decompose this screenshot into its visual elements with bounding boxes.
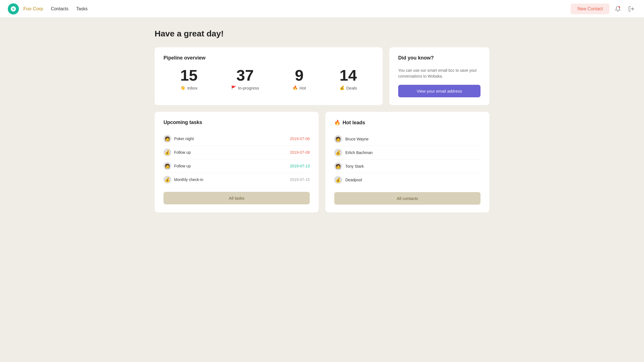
- svg-point-0: [619, 6, 620, 8]
- avatar: 🧑: [334, 135, 342, 143]
- task-name: Follow up: [174, 150, 191, 155]
- task-date: 2019-07-06: [290, 137, 310, 141]
- pipeline-card: Pipeline overview 15 👋 Inbox 37 🚩 In-pro…: [155, 47, 383, 105]
- navbar-right: New Contact: [571, 4, 636, 14]
- avatar: 💰: [164, 148, 171, 156]
- navbar: Foo Corp Contacts Tasks New Contact: [0, 0, 644, 18]
- lead-name: Erlich Bachman: [345, 150, 373, 155]
- avatar: 💰: [334, 149, 342, 157]
- hot-leads-emoji: 🔥: [334, 120, 340, 126]
- task-item: 🧑 Follow up 2019-07-13: [164, 159, 310, 173]
- avatar: 🧑: [164, 162, 171, 170]
- view-email-button[interactable]: View your email address: [398, 85, 480, 97]
- task-name: Monthly check-in: [174, 177, 203, 182]
- avatar: 🧑: [334, 162, 342, 170]
- stat-deals-number: 14: [340, 68, 357, 83]
- tasks-card: Upcoming tasks 🧑 Poker night 2019-07-06 …: [155, 112, 319, 212]
- task-item: 💰 Follow up 2019-07-08: [164, 146, 310, 159]
- task-date: 2019-07-08: [290, 150, 310, 155]
- stat-deals: 14 💰 Deals: [340, 68, 357, 90]
- task-name: Follow up: [174, 164, 191, 168]
- new-contact-button[interactable]: New Contact: [571, 4, 610, 14]
- lead-item: 💰 Erlich Bachman: [334, 146, 480, 160]
- lead-name: Bruce Wayne: [345, 137, 369, 141]
- task-date: 2019-07-13: [290, 164, 310, 168]
- nav-contacts[interactable]: Contacts: [51, 6, 68, 11]
- avatar: 💰: [334, 176, 342, 184]
- stat-deals-label: 💰 Deals: [340, 85, 357, 90]
- bottom-row: Upcoming tasks 🧑 Poker night 2019-07-06 …: [155, 112, 489, 212]
- logout-icon[interactable]: [626, 4, 636, 14]
- inprogress-emoji: 🚩: [231, 85, 236, 90]
- lead-item: 💰 Deadpool: [334, 173, 480, 187]
- stat-inbox-number: 15: [180, 68, 197, 83]
- pipeline-title: Pipeline overview: [164, 55, 374, 61]
- stat-hot-number: 9: [295, 68, 303, 83]
- task-name: Poker night: [174, 137, 194, 141]
- stat-inprogress-label: 🚩 In-progress: [231, 85, 259, 90]
- all-tasks-button[interactable]: All tasks: [164, 192, 310, 204]
- main-content: Have a great day! Pipeline overview 15 👋…: [147, 18, 497, 224]
- deals-emoji: 💰: [340, 85, 345, 90]
- stat-hot: 9 🔥 Hot: [293, 68, 306, 90]
- did-you-know-text: You can use our smart email bcc to save …: [398, 68, 480, 79]
- lead-name: Tony Stark: [345, 164, 364, 168]
- notifications-icon[interactable]: [613, 4, 623, 14]
- stat-inprogress-number: 37: [236, 68, 254, 83]
- task-item: 🧑 Poker night 2019-07-06: [164, 132, 310, 146]
- task-date: 2019-07-15: [290, 177, 310, 182]
- nav-tasks[interactable]: Tasks: [76, 6, 88, 11]
- hot-leads-card: 🔥 Hot leads 🧑 Bruce Wayne 💰 Erlich Bachm…: [325, 112, 489, 212]
- stat-hot-label: 🔥 Hot: [293, 85, 306, 90]
- did-you-know-title: Did you know?: [398, 55, 480, 61]
- top-row: Pipeline overview 15 👋 Inbox 37 🚩 In-pro…: [155, 47, 489, 105]
- lead-item: 🧑 Tony Stark: [334, 160, 480, 173]
- lead-item: 🧑 Bruce Wayne: [334, 132, 480, 146]
- app-logo[interactable]: [8, 3, 19, 14]
- hot-leads-title: 🔥 Hot leads: [334, 120, 480, 126]
- did-you-know-card: Did you know? You can use our smart emai…: [389, 47, 489, 105]
- all-contacts-button[interactable]: All contacts: [334, 192, 480, 205]
- pipeline-stats: 15 👋 Inbox 37 🚩 In-progress 9: [164, 68, 374, 90]
- company-name[interactable]: Foo Corp: [23, 6, 43, 12]
- inbox-emoji: 👋: [180, 85, 185, 90]
- avatar: 💰: [164, 176, 171, 184]
- greeting-text: Have a great day!: [155, 29, 489, 38]
- hot-emoji: 🔥: [293, 85, 298, 90]
- task-item: 💰 Monthly check-in 2019-07-15: [164, 173, 310, 186]
- lead-name: Deadpool: [345, 178, 362, 182]
- stat-inprogress: 37 🚩 In-progress: [231, 68, 259, 90]
- stat-inbox-label: 👋 Inbox: [180, 85, 197, 90]
- tasks-title: Upcoming tasks: [164, 120, 310, 125]
- avatar: 🧑: [164, 135, 171, 143]
- stat-inbox: 15 👋 Inbox: [180, 68, 197, 90]
